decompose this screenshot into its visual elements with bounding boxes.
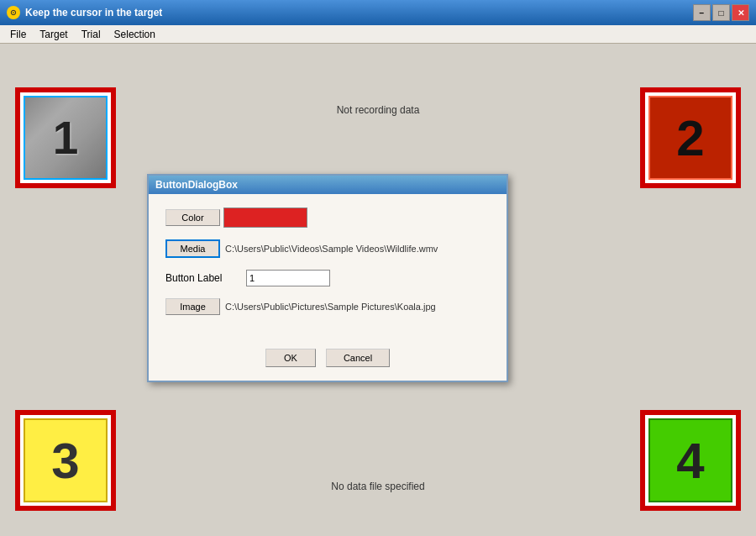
image-button[interactable]: Image <box>165 298 220 315</box>
window-controls: − □ ✕ <box>693 4 749 21</box>
dialog-footer: OK Cancel <box>149 340 507 381</box>
box2-label: 2 <box>676 109 704 167</box>
minimize-button[interactable]: − <box>693 4 711 21</box>
corner-box-2[interactable]: 2 <box>640 87 741 188</box>
no-data-file-status: No data file specified <box>331 481 424 492</box>
cancel-button[interactable]: Cancel <box>326 349 390 367</box>
menu-file[interactable]: File <box>3 27 33 42</box>
color-swatch <box>223 208 307 228</box>
dialog-body: Color Media C:\Users\Public\Videos\Sampl… <box>149 194 507 340</box>
image-path: C:\Users\Public\Pictures\Sample Pictures… <box>225 302 436 312</box>
menu-selection[interactable]: Selection <box>108 27 162 42</box>
media-path: C:\Users\Public\Videos\Sample Videos\Wil… <box>225 244 438 254</box>
menu-bar: File Target Trial Selection <box>0 25 756 44</box>
color-button[interactable]: Color <box>165 209 220 226</box>
window-title: Keep the cursor in the target <box>25 7 693 18</box>
corner-box-1[interactable]: 1 <box>15 87 116 188</box>
dialog-title: ButtonDialogBox <box>149 176 507 194</box>
color-row: Color <box>165 208 490 228</box>
media-row: Media C:\Users\Public\Videos\Sample Vide… <box>165 239 490 258</box>
app-icon: ⊙ <box>7 6 20 19</box>
corner-box-4[interactable]: 4 <box>640 410 741 511</box>
not-recording-status: Not recording data <box>337 104 420 116</box>
box4-label: 4 <box>676 432 704 490</box>
box3-label: 3 <box>51 432 79 490</box>
close-button[interactable]: ✕ <box>732 4 749 21</box>
button-label-row: Button Label <box>165 270 490 286</box>
button-dialog-box: ButtonDialogBox Color Media C:\Users\Pub… <box>147 174 508 382</box>
main-content: Not recording data 1 2 3 <box>0 44 756 536</box>
menu-trial[interactable]: Trial <box>75 27 108 42</box>
title-bar: ⊙ Keep the cursor in the target − □ ✕ <box>0 0 756 25</box>
maximize-button[interactable]: □ <box>712 4 730 21</box>
media-button[interactable]: Media <box>165 239 220 258</box>
menu-target[interactable]: Target <box>33 27 74 42</box>
button-label-input[interactable] <box>246 270 330 286</box>
image-row: Image C:\Users\Public\Pictures\Sample Pi… <box>165 298 490 315</box>
ok-button[interactable]: OK <box>265 349 316 367</box>
box1-label: 1 <box>53 111 79 165</box>
button-label-text: Button Label <box>165 272 241 284</box>
corner-box-3[interactable]: 3 <box>15 410 116 511</box>
